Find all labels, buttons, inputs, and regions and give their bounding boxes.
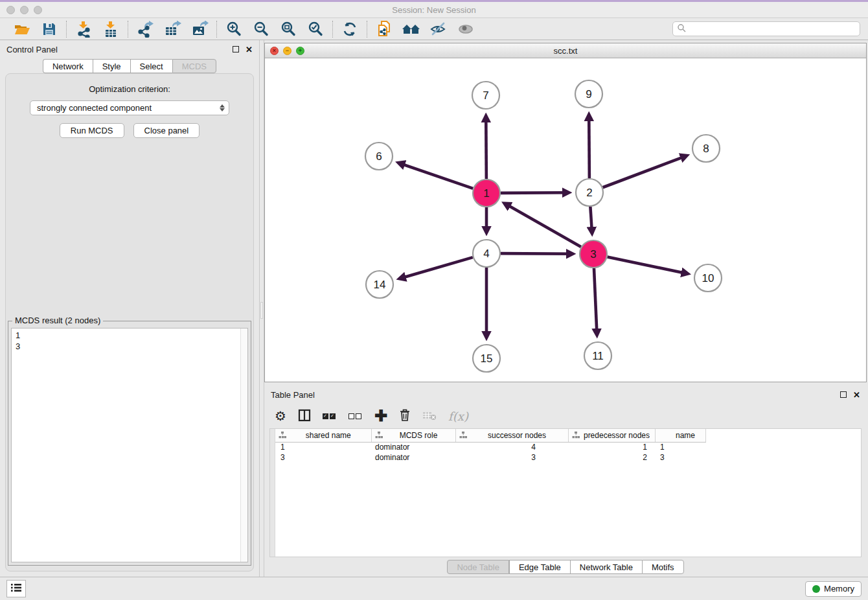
edge-3-11[interactable]	[594, 268, 597, 335]
tab-edge-table[interactable]: Edge Table	[509, 560, 570, 574]
float-table-panel-icon[interactable]	[840, 391, 847, 398]
table-cell[interactable]: 1	[568, 442, 655, 452]
node-table[interactable]: shared nameMCDS rolesuccessor nodesprede…	[275, 429, 706, 463]
zoom-fit-button[interactable]	[279, 20, 297, 38]
network-window-title: scc.txt	[265, 46, 866, 56]
edge-1-2[interactable]	[501, 192, 569, 193]
tab-mcds[interactable]: MCDS	[172, 59, 216, 73]
optimization-criterion-value: strongly connected component	[37, 103, 152, 113]
table-cell[interactable]: 1	[655, 442, 705, 452]
table-cell[interactable]: 4	[455, 442, 568, 452]
gear-icon: ⚙	[275, 410, 286, 422]
tab-select[interactable]: Select	[130, 59, 172, 73]
search-input[interactable]	[687, 25, 856, 34]
export-table-button[interactable]	[163, 20, 181, 38]
zoom-selected-icon	[307, 21, 324, 38]
table-row-gutter	[270, 429, 275, 557]
table-row[interactable]: 3dominator323	[275, 452, 705, 463]
edge-3-10[interactable]	[608, 257, 688, 274]
column-header-successor-nodes[interactable]: successor nodes	[455, 429, 568, 442]
eye-slash-icon	[429, 21, 448, 37]
zoom-in-button[interactable]	[225, 20, 243, 38]
result-scrollbar[interactable]	[240, 329, 247, 562]
show-all-networks-button[interactable]	[402, 20, 420, 38]
float-panel-icon[interactable]	[233, 46, 239, 52]
node-label-10: 10	[702, 272, 714, 284]
network-minimize-button[interactable]: −	[283, 47, 291, 55]
table-cell[interactable]: 1	[275, 442, 371, 452]
tab-network[interactable]: Network	[43, 59, 93, 73]
main-toolbar	[0, 18, 868, 40]
tab-motifs[interactable]: Motifs	[642, 560, 684, 574]
table-cell[interactable]: 3	[455, 452, 568, 463]
column-header-MCDS-role[interactable]: MCDS role	[371, 429, 455, 442]
minimize-window-button[interactable]	[20, 6, 29, 14]
table-toolbar: ⚙ ✚ f(x)	[264, 404, 867, 428]
export-image-button[interactable]	[190, 20, 209, 38]
export-network-button[interactable]	[136, 20, 154, 38]
zoom-window-button[interactable]	[34, 6, 42, 14]
table-cell[interactable]: 2	[568, 452, 655, 463]
zoom-selected-button[interactable]	[306, 20, 325, 38]
select-all-button[interactable]	[323, 408, 337, 424]
node-label-14: 14	[374, 279, 386, 291]
search-field[interactable]	[672, 21, 860, 36]
show-hidden-button[interactable]	[457, 20, 475, 38]
network-maximize-button[interactable]: +	[296, 47, 304, 55]
network-canvas[interactable]: 7968124314101511	[265, 58, 866, 382]
edge-2-3[interactable]	[590, 207, 592, 233]
mcds-result-title: MCDS result (2 nodes)	[12, 316, 103, 325]
close-window-button[interactable]	[6, 6, 15, 14]
memory-button[interactable]: Memory	[805, 581, 862, 597]
column-header-shared-name[interactable]: shared name	[275, 429, 371, 442]
node-label-2: 2	[586, 187, 592, 199]
table-cell[interactable]: dominator	[371, 442, 455, 452]
column-header-name[interactable]: name	[655, 429, 705, 442]
import-table-button[interactable]	[102, 20, 120, 38]
close-panel-button[interactable]: Close panel	[133, 123, 200, 138]
export-network-icon	[136, 21, 154, 38]
optimization-criterion-select[interactable]: strongly connected component	[30, 100, 229, 115]
table-row[interactable]: 1dominator411	[275, 442, 705, 452]
export-image-icon	[190, 21, 209, 38]
edge-2-8[interactable]	[603, 156, 687, 187]
export-table-icon	[163, 21, 181, 38]
network-close-button[interactable]: ×	[270, 47, 279, 55]
close-panel-icon[interactable]: ✕	[246, 45, 253, 54]
splitter-handle[interactable]	[260, 302, 263, 319]
add-column-button[interactable]: ✚	[374, 408, 387, 424]
network-graph[interactable]: 7968124314101511	[265, 58, 866, 382]
edge-4-3[interactable]	[501, 253, 573, 254]
table-panel-title: Table Panel	[271, 390, 315, 400]
edge-1-7[interactable]	[486, 116, 486, 179]
table-cell[interactable]: 3	[275, 452, 371, 463]
window-controls	[6, 2, 42, 17]
column-visibility-button[interactable]	[298, 408, 311, 424]
refresh-view-button[interactable]	[341, 20, 359, 38]
app-window: Session: New Session	[0, 0, 868, 600]
network-window-titlebar[interactable]: × − + scc.txt	[265, 43, 866, 58]
column-header-predecessor-nodes[interactable]: predecessor nodes	[568, 429, 655, 442]
run-mcds-button[interactable]: Run MCDS	[60, 123, 124, 138]
hide-selection-button[interactable]	[429, 20, 448, 38]
delete-column-button[interactable]	[399, 408, 411, 424]
edge-3-1[interactable]	[505, 203, 581, 247]
close-table-panel-icon[interactable]: ✕	[853, 391, 860, 399]
task-history-button[interactable]	[6, 580, 26, 597]
table-cell[interactable]: dominator	[371, 452, 455, 463]
edge-2-9[interactable]	[589, 115, 589, 178]
table-options-button[interactable]: ⚙	[275, 408, 286, 424]
import-network-button[interactable]	[74, 20, 93, 38]
tab-node-table[interactable]: Node Table	[447, 560, 509, 574]
tab-network-table[interactable]: Network Table	[570, 560, 642, 574]
panel-splitter[interactable]	[259, 40, 264, 577]
edge-1-6[interactable]	[398, 163, 473, 188]
network-from-selection-button[interactable]	[375, 20, 393, 38]
open-session-button[interactable]	[13, 20, 31, 38]
tab-style[interactable]: Style	[93, 59, 130, 73]
table-cell[interactable]: 3	[655, 452, 705, 463]
zoom-out-button[interactable]	[252, 20, 270, 38]
save-session-button[interactable]	[40, 20, 58, 38]
deselect-all-button[interactable]	[348, 408, 363, 424]
edge-4-14[interactable]	[400, 257, 473, 279]
